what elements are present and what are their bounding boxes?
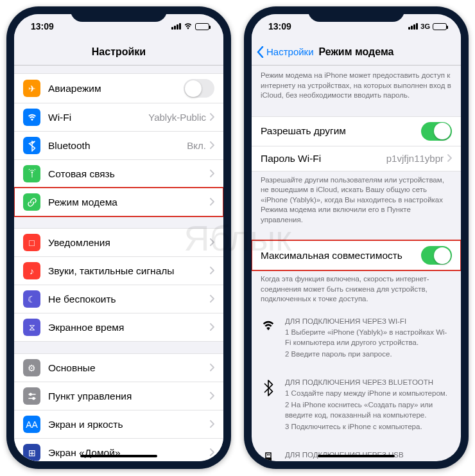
- signal-icon: [171, 23, 181, 30]
- airplane-toggle[interactable]: [184, 79, 214, 98]
- max-compat-row[interactable]: Максимальная совместимость: [252, 240, 461, 270]
- chevron-right-icon: [210, 197, 214, 208]
- settings-row-cellular[interactable]: Сотовая связь: [14, 159, 223, 188]
- phone-right: 13:09 3G Настройки Режим модема Режим мо…: [244, 6, 469, 469]
- nav-bar: Настройки: [14, 39, 223, 66]
- sounds-icon: ♪: [23, 262, 40, 279]
- network-label: 3G: [420, 22, 430, 30]
- cellular-icon: [23, 165, 40, 182]
- row-label: Режим модема: [48, 197, 210, 208]
- control-icon: [23, 387, 40, 405]
- instr-title: ДЛЯ ПОДКЛЮЧЕНИЯ ЧЕРЕЗ BLUETOOTH: [285, 378, 452, 386]
- settings-row-screentime[interactable]: ⧖Экранное время: [14, 313, 223, 342]
- allow-footer: Разрешайте другим пользователям или устр…: [252, 172, 461, 229]
- settings-row-bluetooth[interactable]: BluetoothВкл.: [14, 131, 223, 159]
- notch: [71, 6, 167, 22]
- allow-others-toggle[interactable]: [421, 122, 452, 141]
- page-title: Режим модема: [319, 46, 394, 58]
- airplane-icon: ✈: [23, 80, 40, 97]
- intro-text: Режим модема на iPhone может предоставит…: [252, 66, 461, 105]
- row-label: Wi-Fi: [48, 112, 148, 123]
- compat-footer: Когда эта функция включена, скорость инт…: [252, 270, 461, 308]
- phone-left: 13:09 Настройки ✈АвиарежимWi-FiYablyk-Pu…: [6, 6, 231, 469]
- svg-rect-8: [265, 458, 272, 461]
- hotspot-content[interactable]: Режим модема на iPhone может предоставит…: [252, 66, 461, 461]
- dnd-icon: ☾: [23, 290, 40, 308]
- home-icon: ⊞: [23, 444, 40, 461]
- settings-row-airplane[interactable]: ✈Авиарежим: [14, 73, 223, 103]
- settings-row-display[interactable]: AAЭкран и яркость: [14, 410, 223, 438]
- instr-line: 2 На iPhone коснитесь «Создать пару» или…: [285, 400, 452, 420]
- chevron-right-icon: [210, 447, 214, 459]
- settings-row-wifi[interactable]: Wi-FiYablyk-Public: [14, 103, 223, 131]
- wifi-icon: [261, 319, 276, 360]
- instr-line: 3 Подключитесь к iPhone с компьютера.: [285, 421, 452, 432]
- max-compat-toggle[interactable]: [421, 246, 452, 265]
- chevron-right-icon: [210, 419, 214, 430]
- home-indicator[interactable]: [318, 455, 395, 457]
- bluetooth-icon: [23, 137, 40, 154]
- screentime-icon: ⧖: [23, 319, 40, 336]
- instr-line: 1 Подключите iPhone к компьютеру.: [285, 461, 452, 461]
- instruction-bluetooth: ДЛЯ ПОДКЛЮЧЕНИЯ ЧЕРЕЗ BLUETOOTH1 Создайт…: [252, 369, 461, 442]
- wifi-password-row[interactable]: Пароль Wi-Fi p1vjfjn11ybpr: [252, 146, 461, 172]
- row-label: Звуки, тактильные сигналы: [48, 265, 210, 277]
- settings-row-home[interactable]: ⊞Экран «Домой»: [14, 438, 223, 461]
- settings-row-hotspot[interactable]: Режим модема: [14, 188, 223, 216]
- row-label: Уведомления: [48, 237, 210, 249]
- chevron-right-icon: [447, 153, 452, 164]
- general-icon: ⚙: [23, 359, 40, 376]
- chevron-right-icon: [210, 168, 214, 180]
- bluetooth-icon: [261, 380, 276, 433]
- chevron-right-icon: [210, 362, 214, 374]
- chevron-right-icon: [210, 322, 214, 333]
- svg-rect-5: [266, 453, 271, 458]
- row-label: Сотовая связь: [48, 168, 210, 180]
- chevron-right-icon: [210, 391, 214, 402]
- settings-list[interactable]: ✈АвиарежимWi-FiYablyk-PublicBluetoothВкл…: [14, 66, 223, 461]
- wifi-icon: [23, 109, 40, 126]
- svg-point-2: [32, 397, 34, 399]
- row-label: Основные: [48, 362, 210, 374]
- svg-rect-6: [267, 454, 268, 455]
- settings-row-notifications[interactable]: □Уведомления: [14, 228, 223, 256]
- chevron-right-icon: [210, 237, 214, 249]
- home-indicator[interactable]: [80, 455, 157, 457]
- chevron-right-icon: [210, 140, 214, 152]
- instruction-usb: ДЛЯ ПОДКЛЮЧЕНИЯ ЧЕРЕЗ USB1 Подключите iP…: [252, 442, 461, 461]
- status-time: 13:09: [268, 21, 291, 31]
- signal-icon: [408, 23, 418, 30]
- row-label: Экран и яркость: [48, 419, 210, 430]
- instruction-wifi: ДЛЯ ПОДКЛЮЧЕНИЯ ЧЕРЕЗ WI-FI1 Выберите «i…: [252, 308, 461, 369]
- settings-row-sounds[interactable]: ♪Звуки, тактильные сигналы: [14, 256, 223, 285]
- svg-point-1: [30, 393, 31, 395]
- settings-row-control[interactable]: Пункт управления: [14, 382, 223, 410]
- svg-rect-7: [269, 454, 270, 455]
- settings-row-dnd[interactable]: ☾Не беспокоить: [14, 285, 223, 313]
- wifi-status-icon: [184, 22, 193, 31]
- instr-line: 1 Создайте пару между iPhone и компьютер…: [285, 388, 452, 398]
- max-compat-label: Максимальная совместимость: [261, 250, 421, 261]
- row-detail: Вкл.: [187, 140, 206, 151]
- screen-left: 13:09 Настройки ✈АвиарежимWi-FiYablyk-Pu…: [14, 14, 223, 461]
- instr-title: ДЛЯ ПОДКЛЮЧЕНИЯ ЧЕРЕЗ WI-FI: [285, 317, 452, 325]
- notch: [308, 6, 404, 22]
- allow-others-row[interactable]: Разрешать другим: [252, 116, 461, 146]
- status-time: 13:09: [31, 21, 54, 31]
- svg-point-0: [31, 172, 33, 173]
- row-label: Bluetooth: [48, 140, 187, 152]
- allow-others-label: Разрешать другим: [261, 125, 421, 137]
- back-button[interactable]: Настройки: [257, 46, 314, 58]
- page-title: Настройки: [92, 46, 146, 58]
- notifications-icon: □: [23, 234, 40, 251]
- chevron-right-icon: [210, 294, 214, 305]
- chevron-right-icon: [210, 112, 214, 123]
- row-detail: Yablyk-Public: [148, 112, 206, 123]
- wifi-password-value: p1vjfjn11ybpr: [386, 153, 444, 164]
- settings-row-general[interactable]: ⚙Основные: [14, 353, 223, 382]
- battery-icon: [433, 23, 447, 30]
- nav-bar: Настройки Режим модема: [252, 39, 461, 66]
- back-label: Настройки: [266, 46, 314, 57]
- row-label: Экранное время: [48, 322, 210, 333]
- instr-line: 2 Введите пароль при запросе.: [285, 349, 452, 359]
